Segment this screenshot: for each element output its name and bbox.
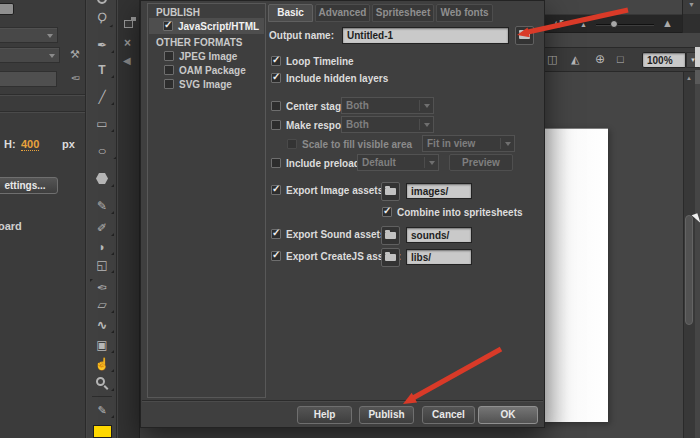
scale-fill-label: Scale to fill visible area	[302, 139, 412, 150]
browse-libs-button[interactable]	[381, 248, 400, 267]
rectangle-tool[interactable]: ▭	[87, 117, 117, 133]
height-unit: px	[62, 138, 75, 150]
tab-spritesheet[interactable]: Spritesheet	[372, 4, 434, 22]
hexagon-icon	[96, 173, 108, 184]
format-item-javascript-html[interactable]: JavaScript/HTML	[178, 21, 259, 32]
oam-package-checkbox[interactable]	[164, 65, 174, 75]
size-slider[interactable]	[596, 24, 654, 26]
combine-spritesheets-checkbox[interactable]	[382, 207, 392, 217]
property-dropdown[interactable]	[0, 27, 58, 43]
control-strip: ↺ ▲ ▲	[538, 14, 683, 33]
line-tool[interactable]: ╱	[87, 90, 117, 106]
stroke-color-control[interactable]: ✎	[87, 403, 117, 419]
browse-images-button[interactable]	[381, 182, 400, 201]
panel-menu-icon[interactable]	[124, 20, 133, 28]
wrench-icon[interactable]: ⚒	[70, 48, 80, 61]
browse-sounds-button[interactable]	[381, 226, 400, 245]
height-value[interactable]: 400	[21, 138, 39, 151]
eyedropper-icon[interactable]: ✑	[71, 71, 80, 84]
scale-fill-checkbox[interactable]	[287, 139, 297, 149]
property-dropdown[interactable]	[0, 47, 60, 63]
edit-bar: ◫ ◭ ⊕ □ 100% ▼	[538, 47, 700, 72]
brush-tool[interactable]: ✐	[87, 221, 117, 237]
output-name-input[interactable]: Untitled-1	[342, 27, 509, 44]
zoom-level-input[interactable]: 100%	[642, 52, 686, 68]
zoom-tool[interactable]	[87, 376, 117, 392]
svg-image-checkbox[interactable]	[164, 79, 174, 89]
include-hidden-layers-checkbox[interactable]	[271, 73, 281, 83]
eraser-tool[interactable]: ▱	[87, 298, 117, 314]
camera-tool[interactable]: ▣	[87, 338, 117, 354]
close-icon[interactable]: ×	[124, 36, 131, 50]
preview-button[interactable]: Preview	[449, 154, 513, 171]
publish-section-header: PUBLISH	[156, 7, 200, 18]
make-responsive-select[interactable]: Both	[341, 116, 434, 133]
combine-spritesheets-label: Combine into spritesheets	[397, 207, 523, 218]
fill-color-swatch[interactable]	[93, 425, 112, 438]
publish-button[interactable]: Publish	[359, 406, 414, 424]
settings-button[interactable]: ettings...	[0, 177, 58, 194]
browse-output-button[interactable]	[515, 26, 534, 45]
clip-bounds-icon[interactable]: □	[617, 53, 624, 65]
zoom-in-mountain-icon[interactable]: ▲	[662, 17, 673, 29]
scrollbar-thumb[interactable]	[685, 215, 693, 325]
format-item-svg-image[interactable]: SVG Image	[179, 79, 232, 90]
scroll-up-icon[interactable]: ▲	[686, 75, 692, 81]
center-stage-select[interactable]: Both	[341, 97, 434, 114]
make-responsive-checkbox[interactable]	[271, 120, 281, 130]
zoom-out-mountain-icon[interactable]: ▲	[580, 21, 587, 28]
oval-tool[interactable]: ○	[87, 144, 117, 160]
property-field[interactable]	[0, 71, 57, 87]
edit-symbols-icon[interactable]: ◭	[571, 53, 579, 66]
width-tool[interactable]: ∿	[87, 318, 117, 334]
preloader-select[interactable]: Default	[357, 154, 439, 171]
include-preloader-checkbox[interactable]	[271, 158, 281, 168]
images-path-input[interactable]: images/	[406, 183, 472, 199]
folder-icon	[385, 254, 396, 261]
javascript-html-checkbox[interactable]	[163, 21, 173, 31]
libs-path-input[interactable]: libs/	[406, 249, 472, 265]
hand-tool[interactable]: ☝	[87, 357, 117, 373]
scale-fill-select[interactable]: Fit in view	[422, 135, 515, 152]
slider-knob[interactable]	[610, 20, 618, 28]
edit-scene-icon[interactable]: ◫	[547, 53, 557, 66]
tab-basic[interactable]: Basic	[268, 4, 313, 22]
text-tool[interactable]: T	[87, 63, 117, 79]
polystar-tool[interactable]	[87, 172, 117, 188]
center-stage-checkbox[interactable]	[271, 101, 281, 111]
panel-button-fragment[interactable]	[0, 3, 14, 15]
sounds-path-input[interactable]: sounds/	[406, 227, 472, 243]
format-item-oam-package[interactable]: OAM Package	[179, 65, 246, 76]
export-sound-assets-label: Export Sound assets:	[286, 229, 389, 240]
loop-timeline-checkbox[interactable]	[271, 56, 281, 66]
lasso-tool[interactable]: Ϙ	[87, 7, 117, 29]
center-frame-icon[interactable]: ⊕	[595, 52, 605, 66]
vertical-scrollbar[interactable]: ▲	[683, 72, 695, 438]
folder-icon	[519, 32, 530, 39]
pen-tool[interactable]: ✒	[87, 38, 117, 54]
corner-menu-icon[interactable]: ▼	[688, 1, 695, 8]
pencil-tool[interactable]: ✎	[87, 199, 117, 215]
help-button[interactable]: Help	[297, 406, 352, 424]
folder-icon	[385, 232, 396, 239]
paint-bucket-tool[interactable]: ◱	[87, 258, 117, 274]
eyedropper-tool[interactable]: ✑	[87, 278, 117, 294]
tab-web-fonts[interactable]: Web fonts	[436, 4, 493, 22]
export-createjs-assets-checkbox[interactable]	[271, 251, 281, 261]
folder-icon	[385, 188, 396, 195]
export-image-assets-checkbox[interactable]	[271, 185, 281, 195]
jpeg-image-checkbox[interactable]	[164, 51, 174, 61]
cancel-button[interactable]: Cancel	[422, 406, 475, 424]
center-stage-label: Center stage	[286, 101, 347, 112]
ink-bottle-tool[interactable]: ◗	[87, 240, 117, 256]
docked-panel-fragment	[695, 70, 700, 84]
tab-advanced[interactable]: Advanced	[315, 4, 370, 22]
export-sound-assets-checkbox[interactable]	[271, 229, 281, 239]
format-item-jpeg-image[interactable]: JPEG Image	[179, 51, 237, 62]
footer-divider	[142, 400, 543, 402]
tool-fragment-icon[interactable]	[97, 0, 107, 4]
collapse-left-icon[interactable]: ◀	[123, 55, 131, 66]
collapsed-panel-strip: × ◀	[118, 0, 140, 438]
ok-button[interactable]: OK	[478, 406, 538, 424]
rotate-reset-icon[interactable]: ↺	[554, 17, 564, 31]
